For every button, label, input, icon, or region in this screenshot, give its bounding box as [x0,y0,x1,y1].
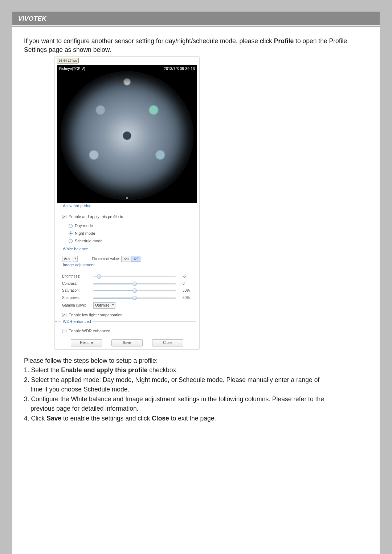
slider-contrast-track[interactable] [93,282,176,286]
step-4: 4. Click Save to enable the settings and… [24,414,368,423]
wdr-checkbox-label: Enable WDR enhanced [69,328,110,334]
radio-night-label: Night mode [75,231,95,236]
slider-brightness-value: -5 [183,274,194,279]
fix-off-button[interactable]: Off [131,256,141,262]
profile-settings-panel: 93.64 17 fps Fisheye(TCP-V) 2013/7/3 09 … [54,56,200,350]
steps-intro: Please follow the steps below to setup a… [24,356,368,365]
white-balance-select-value: Auto [64,257,72,261]
slider-contrast-value: 0 [183,281,194,286]
step-2-cont: time if you choose Schedule mode. [24,385,368,394]
fix-current-value-label: Fix current value: [92,257,120,262]
radio-schedule-label: Schedule mode [75,238,102,244]
slider-fill [93,290,135,291]
button-row: Restore Save Close [55,339,199,346]
collapse-icon[interactable]: – [55,204,57,208]
profile-bold-word: Profile [274,37,294,45]
radio-day-row: Day mode [69,223,194,229]
radio-night[interactable] [69,231,73,235]
intro-paragraph: If you want to configure another sensor … [24,37,368,54]
radio-day[interactable] [69,224,73,228]
gamma-curve-row: Gamma curve: Optimize [62,302,194,309]
radio-day-label: Day mode [75,223,93,229]
section-title-white-balance: White balance [61,246,90,252]
step-1-bold: Enable and apply this profile [61,366,147,374]
video-timestamp: 2013/7/3 09 39 13 [164,66,195,71]
restore-button[interactable]: Restore [71,339,102,346]
slider-brightness-thumb[interactable] [97,274,101,279]
section-wdr-enhanced: – WDR enhanced ✓ Enable WDR enhanced [58,321,196,337]
slider-sharpness-label: Sharpness: [62,295,93,300]
section-title-wdr: WDR enhanced [61,319,93,324]
slider-sharpness: Sharpness: 50% [62,295,194,300]
section-title-activated: Activated period [61,203,93,209]
slider-sharpness-thumb[interactable] [132,296,137,300]
slider-saturation-value: 50% [183,288,194,293]
step-4c: to exit the page. [171,415,216,422]
slider-saturation-track[interactable] [93,288,176,293]
document-page: VIVOTEK If you want to configure another… [12,12,380,554]
slider-saturation-thumb[interactable] [132,288,137,293]
white-balance-row: Auto Fix current value: On Off [62,256,194,262]
fix-on-button[interactable]: On [121,256,131,262]
fps-badge: 93.64 17 fps [57,58,79,63]
save-button[interactable]: Save [111,339,143,346]
slider-brightness: Brightness: -5 [62,274,194,279]
wdr-checkbox[interactable]: ✓ [62,329,66,333]
slider-sharpness-track[interactable] [93,296,176,300]
section-image-adjustment: – Image adjustment Brightness: -5 Contra… [58,265,196,321]
step-3: 3. Configure the White balance and Image… [24,395,368,404]
page-wrapper: VIVOTEK If you want to configure another… [0,0,392,554]
document-content: If you want to configure another sensor … [12,27,380,423]
gamma-curve-label: Gamma curve: [62,303,93,308]
video-preview-area: Fisheye(TCP-V) 2013/7/3 09 39 13 [57,65,197,203]
collapse-icon[interactable]: – [55,247,57,251]
enable-profile-row: ✓ Enable and apply this profile to [62,214,194,219]
slider-fill [93,297,135,299]
step-1a: 1. Select the [24,366,61,374]
collapse-icon[interactable]: – [55,263,57,267]
video-indicator-icon [126,197,128,199]
low-light-row: ✓ Enable low light compensation [62,312,194,318]
radio-schedule[interactable] [69,239,73,243]
slider-sharpness-value: 50% [183,295,194,300]
enable-profile-checkbox[interactable]: ✓ [62,215,66,219]
radio-schedule-row: Schedule mode [69,238,194,244]
step-3-cont: previous page for detailed information. [24,404,368,413]
wdr-row: ✓ Enable WDR enhanced [62,328,194,334]
slider-contrast-label: Contrast: [62,281,93,286]
step-1: 1. Select the Enable and apply this prof… [24,366,368,375]
video-title: Fisheye(TCP-V) [59,66,85,71]
page-spacer [12,423,380,554]
slider-saturation: Saturation: 50% [62,288,194,293]
step-2: 2. Select the applied mode: Day mode, Ni… [24,376,368,385]
fix-current-value-toggle: On Off [121,256,141,262]
section-activated-period: – Activated period ✓ Enable and apply th… [58,206,196,249]
slider-contrast: Contrast: 0 [62,281,194,286]
radio-night-row: Night mode [69,231,194,236]
white-balance-select[interactable]: Auto [62,256,78,262]
intro-text-1: If you want to configure another sensor … [24,37,274,45]
close-button[interactable]: Close [152,339,183,346]
low-light-label: Enable low light compensation [69,312,123,318]
step-4a: 4. Click [24,415,46,422]
step-4-save: Save [46,415,61,422]
section-title-image-adjustment: Image adjustment [61,262,96,268]
enable-profile-label: Enable and apply this profile to [69,214,123,219]
slider-saturation-label: Saturation: [62,288,93,293]
low-light-checkbox[interactable]: ✓ [62,313,66,317]
fisheye-preview-image [61,71,193,200]
slider-fill [93,283,135,284]
step-1c: checkbox. [149,366,178,374]
step-4-close: Close [152,415,169,422]
slider-brightness-track[interactable] [93,274,176,279]
slider-brightness-label: Brightness: [62,274,93,279]
gamma-curve-value: Optimize [95,303,109,307]
header-bar: VIVOTEK [12,12,380,25]
step-4b: to enable the settings and click [63,415,152,422]
gamma-curve-select[interactable]: Optimize [93,302,115,309]
brand-title: VIVOTEK [18,15,46,22]
steps-block: Please follow the steps below to setup a… [24,356,368,423]
slider-rail [93,276,176,277]
collapse-icon[interactable]: – [55,319,57,324]
slider-contrast-thumb[interactable] [132,282,137,286]
